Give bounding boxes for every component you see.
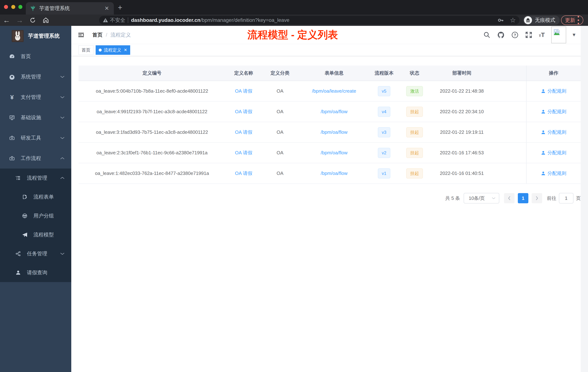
back-icon[interactable]: ←: [0, 17, 13, 24]
home-icon[interactable]: [39, 17, 52, 24]
page-unit-label: 页: [576, 195, 581, 201]
assign-rule-link[interactable]: 分配规则: [541, 129, 566, 135]
tab-close-icon[interactable]: ✕: [104, 6, 110, 11]
sidebar-item-process-form[interactable]: 流程表单: [0, 187, 71, 206]
browser-tabstrip: 芋道管理系统 ✕ +: [0, 0, 588, 15]
not-secure-warning-icon: [103, 17, 108, 23]
address-bar[interactable]: 不安全 dashboard.yudao.iocoder.cn/bpm/manag…: [99, 16, 519, 25]
form-link[interactable]: /bpm/oa/flow: [321, 171, 347, 176]
github-icon[interactable]: [497, 31, 505, 39]
assign-rule-link[interactable]: 分配规则: [541, 88, 566, 94]
sidebar-item-process-model[interactable]: 流程模型: [0, 225, 71, 244]
tag-close-icon[interactable]: ✕: [124, 48, 127, 52]
security-label: 不安全: [110, 17, 125, 24]
deploy-time: 2022-01-16 01:40:51: [431, 163, 493, 184]
reload-icon[interactable]: [26, 17, 39, 24]
form-link[interactable]: /bpm/oa/leave/create: [312, 88, 356, 94]
definition-name-link[interactable]: OA 请假: [235, 88, 252, 94]
user-icon: [541, 130, 546, 135]
definition-category: OA: [262, 143, 298, 163]
definition-name-link[interactable]: OA 请假: [235, 109, 252, 115]
forward-icon[interactable]: →: [13, 17, 26, 24]
new-tab-button[interactable]: +: [118, 4, 122, 11]
url-domain: dashboard.yudao.iocoder.cn: [131, 17, 200, 23]
breadcrumb-home[interactable]: 首页: [92, 32, 103, 38]
user-icon: [541, 109, 546, 114]
sidebar-item-leave-query[interactable]: 请假查询: [0, 263, 71, 282]
table-row: oa_leave:4:991f2193-7b7f-11ec-a3c8-acde4…: [79, 101, 581, 122]
sidebar-toggle-hamburger-icon[interactable]: [77, 31, 85, 39]
goto-page-input[interactable]: [559, 193, 573, 203]
sidebar-item-home[interactable]: 首页: [0, 46, 71, 67]
page-scrollbar[interactable]: [581, 26, 588, 372]
app-logo-avatar: [12, 30, 24, 42]
status-badge: 挂起: [406, 168, 423, 178]
toolbox-icon: [9, 135, 15, 141]
org-tree-icon: [15, 251, 21, 256]
page-annotation-title: 流程模型 - 定义列表: [247, 28, 338, 42]
tag-home[interactable]: 首页: [79, 45, 94, 55]
avatar[interactable]: [551, 27, 566, 43]
definition-name-link[interactable]: OA 请假: [235, 170, 252, 176]
definition-id: oa_leave:2:3c1f0ef1-76b1-11ec-9c66-a2380…: [79, 143, 225, 163]
form-link[interactable]: /bpm/oa/flow: [321, 150, 347, 156]
tags-view-bar: 首页 流程定义 ✕: [71, 44, 588, 56]
page-size-select[interactable]: 10条/页: [464, 193, 499, 203]
sidebar-item-workflow[interactable]: 工作流程: [0, 148, 71, 169]
bookmark-star-icon[interactable]: ☆: [510, 16, 516, 24]
sidebar-item-user-group[interactable]: 用户分组: [0, 206, 71, 225]
sidebar-item-system-management[interactable]: 系统管理: [0, 67, 71, 87]
favicon-plant-icon: [30, 5, 36, 11]
help-question-icon[interactable]: ?: [511, 31, 519, 39]
chevron-up-icon: [60, 157, 65, 160]
assign-rule-link[interactable]: 分配规则: [541, 170, 566, 176]
definition-name-link[interactable]: OA 请假: [235, 150, 252, 156]
avatar-caret-icon[interactable]: ▼: [572, 32, 576, 38]
next-page-button[interactable]: [532, 193, 542, 203]
browser-toolbar: ← → 不安全 dashboard.yudao.iocoder.cn/bpm/m…: [0, 15, 588, 26]
form-link[interactable]: /bpm/oa/flow: [321, 109, 347, 114]
version-badge: v2: [378, 148, 390, 158]
search-icon[interactable]: [483, 31, 491, 39]
chevron-left-icon: [507, 196, 511, 201]
page-number-1[interactable]: 1: [518, 193, 528, 203]
browser-menu-icon[interactable]: •••: [578, 15, 579, 25]
pagination: 共 5 条 10条/页 1 前往 页: [79, 193, 581, 203]
col-header-actions: 操作: [526, 66, 581, 81]
sidebar-item-infrastructure[interactable]: 基础设施: [0, 107, 71, 128]
form-link[interactable]: /bpm/oa/flow: [321, 129, 347, 135]
definition-name-link[interactable]: OA 请假: [235, 129, 252, 135]
incognito-label: 无痕模式: [535, 17, 555, 24]
tag-process-definition[interactable]: 流程定义 ✕: [96, 45, 130, 55]
page-content: 定义编号 定义名称 定义分类 表单信息 流程版本 状态 部署时间 操作 oa_l…: [71, 56, 588, 203]
url-path: /bpm/manager/definition?key=oa_leave: [200, 17, 289, 23]
table-body: oa_leave:5:004b710b-7b8a-11ec-8ef0-acde4…: [79, 81, 581, 184]
macos-close-button[interactable]: [4, 5, 8, 9]
sidebar-item-task-management[interactable]: 任务管理: [0, 244, 71, 263]
deploy-time: 2022-01-16 17:46:53: [431, 143, 493, 163]
font-size-icon[interactable]: тT: [539, 31, 545, 38]
row-filler: [493, 143, 526, 163]
prev-page-button[interactable]: [504, 193, 514, 203]
app-title: 芋道管理系统: [28, 33, 60, 40]
browser-tab[interactable]: 芋道管理系统 ✕: [26, 2, 114, 15]
status-badge: 挂起: [406, 107, 423, 117]
definition-category: OA: [262, 163, 298, 184]
browser-update-button[interactable]: 更新 •••: [561, 15, 583, 25]
macos-zoom-button[interactable]: [18, 5, 22, 9]
definition-category: OA: [262, 81, 298, 101]
assign-rule-link[interactable]: 分配规则: [541, 109, 566, 115]
definition-id: oa_leave:4:991f2193-7b7f-11ec-a3c8-acde4…: [79, 101, 225, 122]
table-header: 定义编号 定义名称 定义分类 表单信息 流程版本 状态 部署时间 操作: [79, 66, 581, 81]
list-tree-icon: [15, 175, 21, 181]
fullscreen-icon[interactable]: [525, 31, 532, 39]
macos-minimize-button[interactable]: [11, 5, 15, 9]
app-logo-row[interactable]: 芋道管理系统: [0, 26, 71, 46]
assign-rule-link[interactable]: 分配规则: [541, 150, 566, 156]
active-dot: [99, 49, 102, 52]
divider: [128, 17, 128, 23]
sidebar-item-payment-management[interactable]: ¥ 支付管理: [0, 87, 71, 107]
sidebar-item-process-management[interactable]: 流程管理: [0, 169, 71, 187]
sidebar-item-dev-tools[interactable]: 研发工具: [0, 128, 71, 148]
password-key-icon[interactable]: [497, 17, 504, 23]
